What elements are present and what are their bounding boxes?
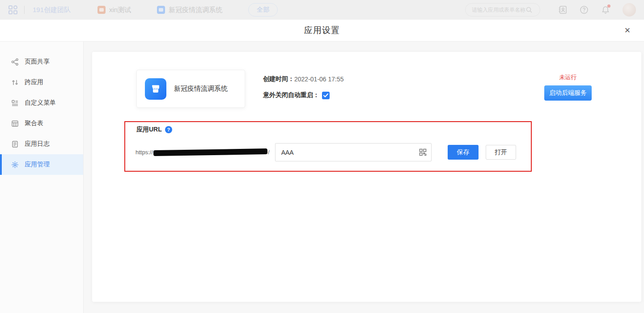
topbar-divider [24, 6, 25, 14]
url-path-input[interactable] [275, 143, 432, 161]
save-button[interactable]: 保存 [448, 145, 479, 160]
sidebar-item-page-share[interactable]: 页面共享 [0, 51, 83, 72]
custom-menu-icon [11, 99, 19, 107]
tab-label: 新冠疫情流调系统 [169, 6, 222, 14]
app-name: 新冠疫情流调系统 [174, 85, 228, 93]
app-meta: 创建时间： 2022-01-06 17:55 意外关闭自动重启： [263, 75, 344, 107]
search-input[interactable] [472, 7, 525, 13]
app-mini-icon [157, 6, 165, 14]
settings-main-area: 新冠疫情流调系统 创建时间： 2022-01-06 17:55 意外关闭自动重启… [84, 42, 644, 313]
sidebar-item-cross-app[interactable]: 跨应用 [0, 72, 83, 93]
url-input-wrap [275, 143, 432, 161]
search-icon [525, 6, 533, 13]
gear-icon [11, 161, 19, 169]
sidebar-item-label: 页面共享 [25, 58, 50, 66]
sidebar-item-label: 自定义菜单 [25, 99, 56, 107]
swap-arrows-icon [11, 79, 19, 86]
url-redaction-bar [153, 148, 267, 156]
start-backend-service-button[interactable]: 启动后端服务 [544, 85, 592, 101]
app-info-card: 新冠疫情流调系统 [136, 70, 245, 108]
sidebar-item-label: 应用管理 [25, 161, 50, 169]
app-url-row: https:// / [136, 143, 432, 161]
sidebar-item-app-management[interactable]: 应用管理 [0, 154, 83, 175]
created-time-label: 创建时间： [263, 75, 294, 83]
tab-label: xin测试 [109, 6, 131, 14]
log-icon [11, 140, 19, 148]
app-url-label-row: 应用URL ? [136, 126, 172, 134]
auto-restart-label: 意外关闭自动重启： [263, 91, 319, 99]
contacts-book-icon[interactable] [558, 5, 567, 14]
apps-grid-icon[interactable] [8, 5, 18, 15]
status-badge: 未运行 [544, 73, 592, 81]
url-suffix-text: / [268, 149, 270, 156]
app-store-icon [145, 78, 166, 100]
sidebar-item-custom-menu[interactable]: 自定义菜单 [0, 93, 83, 113]
url-prefix-text: https:// [136, 149, 153, 156]
tab-covid-system[interactable]: 新冠疫情流调系统 [157, 6, 222, 14]
top-bar: 191创建团队 xin测试 新冠疫情流调系统 全部 [0, 0, 644, 20]
page-title: 应用设置 [304, 25, 340, 36]
url-help-icon[interactable]: ? [165, 126, 172, 133]
open-button[interactable]: 打开 [486, 145, 516, 160]
sidebar-item-label: 应用日志 [25, 140, 50, 148]
sidebar-item-label: 聚合表 [25, 119, 43, 127]
qr-code-icon[interactable] [419, 148, 427, 156]
tab-xin-test[interactable]: xin测试 [97, 6, 131, 14]
settings-sidebar: 页面共享 跨应用 自定义菜单 聚合表 [0, 42, 84, 313]
share-icon [11, 58, 19, 66]
settings-card: 新冠疫情流调系统 创建时间： 2022-01-06 17:55 意外关闭自动重启… [92, 52, 641, 302]
sidebar-item-label: 跨应用 [25, 78, 43, 86]
close-icon[interactable]: × [623, 25, 632, 35]
service-status-block: 未运行 启动后端服务 [544, 73, 592, 101]
notification-badge [607, 4, 610, 8]
app-mini-icon [97, 6, 106, 14]
search-box[interactable] [465, 3, 540, 17]
created-time-value: 2022-01-06 17:55 [294, 76, 344, 83]
modal-header: 应用设置 × [0, 20, 644, 42]
app-url-label: 应用URL [136, 126, 162, 134]
user-avatar[interactable] [623, 3, 636, 17]
team-name[interactable]: 191创建团队 [33, 6, 71, 14]
all-apps-pill[interactable]: 全部 [248, 3, 278, 17]
sidebar-item-aggregate-table[interactable]: 聚合表 [0, 113, 83, 134]
aggregate-table-icon [11, 120, 19, 127]
help-icon[interactable] [580, 5, 589, 14]
sidebar-item-app-log[interactable]: 应用日志 [0, 134, 83, 154]
auto-restart-checkbox[interactable] [322, 92, 330, 99]
notification-bell-icon[interactable] [601, 5, 610, 14]
